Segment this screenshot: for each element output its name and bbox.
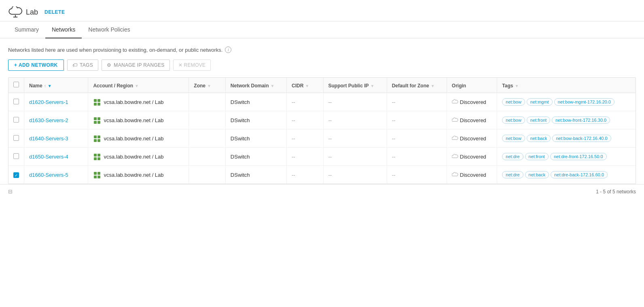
account-filter-icon[interactable]: ▼ (135, 84, 139, 88)
svg-rect-20 (94, 176, 97, 178)
zone-filter-icon[interactable]: ▼ (207, 84, 211, 88)
row-network-domain: DSwitch (225, 129, 286, 148)
table-row: d1660-Servers-5 vcsa.lab.bowdre.net / La… (8, 166, 636, 184)
svg-rect-19 (97, 172, 100, 175)
row-checkbox-cell[interactable] (8, 166, 24, 184)
row-name: d1640-Servers-3 (24, 129, 88, 148)
cidr-filter-icon[interactable]: ▼ (305, 84, 309, 88)
description-text: Networks listed here are used when provi… (8, 47, 636, 53)
row-checkbox[interactable] (13, 135, 19, 141)
row-account: vcsa.lab.bowdre.net / Lab (88, 129, 189, 148)
toolbar: + ADD NETWORK 🏷 TAGS ⚙ MANAGE IP RANGES … (8, 59, 636, 71)
tag-badge[interactable]: net:front (525, 153, 549, 160)
row-account: vcsa.lab.bowdre.net / Lab (88, 111, 189, 129)
row-default-for-zone: -- (387, 111, 447, 129)
svg-rect-9 (97, 121, 100, 124)
origin-cloud-icon (452, 99, 458, 105)
row-checkbox-cell[interactable] (8, 148, 24, 166)
row-checkbox-cell[interactable] (8, 111, 24, 129)
select-all-header[interactable] (8, 78, 24, 93)
vmware-icon (93, 171, 101, 179)
tag-badge[interactable]: net:dre-back-172.16.60.0 (551, 171, 608, 178)
svg-rect-7 (97, 117, 100, 120)
name-sort-asc-icon[interactable]: ↑ (44, 84, 46, 88)
tags-button[interactable]: 🏷 TAGS (67, 59, 98, 71)
tag-badge[interactable]: net:bow (502, 135, 525, 142)
row-tags: net:drenet:frontnet:dre-front-172.16.50.… (497, 148, 636, 166)
row-network-domain: DSwitch (225, 148, 286, 166)
tag-badge[interactable]: net:bow (502, 98, 525, 106)
domain-filter-icon[interactable]: ▼ (271, 84, 275, 88)
app-title: Lab (26, 8, 38, 17)
row-tags: net:bownet:frontnet:bow-front-172.16.30.… (497, 111, 636, 129)
row-zone (189, 166, 226, 184)
th-account-region: Account / Region ▼ (88, 78, 189, 93)
tag-badge[interactable]: net:bow-back-172.16.40.0 (552, 135, 611, 142)
tag-badge[interactable]: net:bow-mgmt-172.16.20.0 (554, 98, 614, 106)
manage-ip-ranges-button[interactable]: ⚙ MANAGE IP RANGES (102, 59, 170, 71)
name-filter-icon[interactable]: ▼ (48, 84, 52, 88)
network-name-link[interactable]: d1650-Servers-4 (29, 154, 68, 160)
pagination-icon[interactable]: ⊟ (8, 188, 13, 195)
remove-button[interactable]: ✕ REMOVE (173, 59, 211, 71)
origin-cloud-icon (452, 136, 458, 141)
row-tags: net:bownet:backnet:bow-back-172.16.40.0 (497, 129, 636, 148)
select-all-checkbox[interactable] (13, 82, 19, 87)
svg-rect-15 (97, 154, 100, 157)
svg-rect-14 (94, 154, 97, 157)
tag-badge[interactable]: net:back (525, 171, 549, 178)
default-filter-icon[interactable]: ▼ (431, 84, 435, 88)
vmware-icon (93, 152, 101, 161)
row-origin: Discovered (447, 93, 497, 111)
tag-badge[interactable]: net:dre (502, 153, 523, 160)
tab-network-policies[interactable]: Network Policies (82, 21, 136, 38)
row-checkbox[interactable] (13, 172, 19, 178)
delete-button[interactable]: DELETE (44, 9, 65, 15)
tag-badge[interactable]: net:front (527, 116, 550, 124)
vmware-icon (93, 98, 101, 106)
th-tags: Tags ▼ (497, 78, 636, 93)
tag-badge[interactable]: net:bow (502, 116, 525, 124)
network-name-link[interactable]: d1620-Servers-1 (29, 99, 68, 105)
svg-rect-3 (97, 99, 100, 102)
row-origin: Discovered (447, 129, 497, 148)
tags-filter-icon[interactable]: ▼ (515, 84, 519, 88)
tag-badge[interactable]: net:dre-front-172.16.50.0 (550, 153, 607, 160)
th-support-public-ip: Support Public IP ▼ (323, 78, 387, 93)
tag-badge[interactable]: net:back (527, 135, 551, 142)
info-icon[interactable]: i (225, 47, 231, 53)
cloud-icon (8, 6, 23, 18)
tag-badge[interactable]: net:mgmt (527, 98, 553, 106)
row-tags: net:bownet:mgmtnet:bow-mgmt-172.16.20.0 (497, 93, 636, 111)
row-cidr: -- (287, 148, 324, 166)
content: Networks listed here are used when provi… (0, 38, 644, 184)
row-cidr: -- (287, 111, 324, 129)
tag-badge[interactable]: net:dre (502, 171, 523, 178)
row-checkbox-cell[interactable] (8, 93, 24, 111)
row-checkbox[interactable] (13, 153, 19, 159)
origin-cloud-icon (452, 117, 458, 123)
row-tags: net:drenet:backnet:dre-back-172.16.60.0 (497, 166, 636, 184)
row-zone (189, 93, 226, 111)
table-row: d1640-Servers-3 vcsa.lab.bowdre.net / La… (8, 129, 636, 148)
svg-rect-10 (94, 136, 97, 138)
vmware-icon (93, 116, 101, 124)
network-name-link[interactable]: d1640-Servers-3 (29, 136, 68, 142)
th-name: Name ↑ ▼ (24, 78, 88, 93)
network-name-link[interactable]: d1660-Servers-5 (29, 172, 68, 178)
row-checkbox-cell[interactable] (8, 129, 24, 148)
row-account: vcsa.lab.bowdre.net / Lab (88, 166, 189, 184)
network-name-link[interactable]: d1630-Servers-2 (29, 117, 68, 123)
tag-badge[interactable]: net:bow-front-172.16.30.0 (552, 116, 610, 124)
row-checkbox[interactable] (13, 99, 19, 104)
table-row: d1650-Servers-4 vcsa.lab.bowdre.net / La… (8, 148, 636, 166)
svg-rect-11 (97, 136, 100, 138)
tab-networks[interactable]: Networks (45, 21, 82, 38)
add-network-button[interactable]: + ADD NETWORK (8, 59, 64, 71)
row-checkbox[interactable] (13, 117, 19, 123)
svg-rect-12 (94, 139, 97, 142)
footer: ⊟ 1 - 5 of 5 networks (0, 184, 644, 199)
th-zone: Zone ▼ (189, 78, 226, 93)
support-filter-icon[interactable]: ▼ (371, 84, 375, 88)
tab-summary[interactable]: Summary (8, 21, 45, 38)
